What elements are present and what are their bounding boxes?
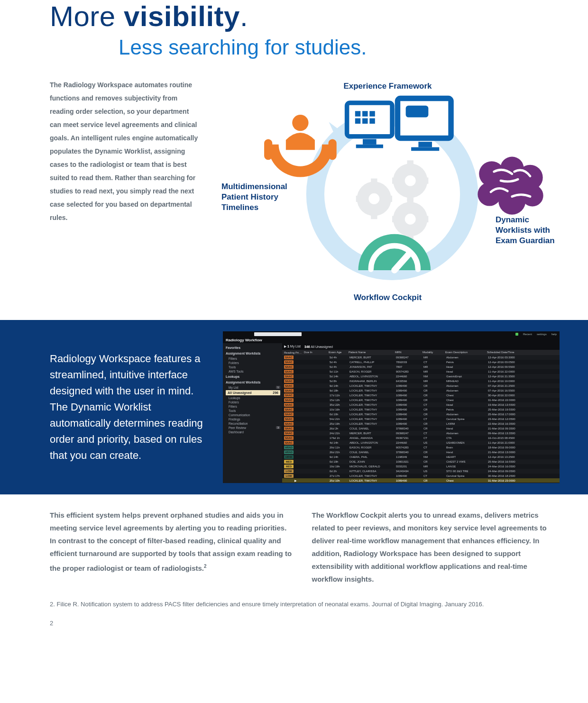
footnote-ref: 2: [204, 564, 207, 569]
side-lookups[interactable]: Lookups: [226, 374, 280, 379]
app-screenshot: Recent settings help Radiology Workflow …: [223, 331, 560, 483]
table-row[interactable]: SAAC35d 22hLOCKLER, TIMOTHY1089490CTHead…: [282, 402, 560, 407]
badge: 296: [273, 391, 278, 394]
table-row[interactable]: SAAC25d 19hLOCKLER, TIMOTHY1089490CRLXIR…: [282, 421, 560, 426]
svg-point-16: [292, 115, 308, 131]
side-favorites[interactable]: Favorites: [226, 345, 280, 350]
search-input[interactable]: [254, 332, 302, 336]
side-all-unassigned[interactable]: All Unassigned 296: [226, 390, 280, 395]
table-row[interactable]: SAAC26d 2hCOLE, DANIEL37898340CRHand21-M…: [282, 426, 560, 431]
svg-rect-22: [369, 111, 375, 116]
page-subtitle: Less searching for studies.: [119, 36, 588, 59]
sidebar-item[interactable]: Reconciliation: [226, 421, 280, 426]
side-my-list[interactable]: My List 1: [226, 385, 280, 390]
diagram-label-top: Experience Framework: [216, 81, 560, 91]
workflow-diagram: Experience Framework Multidimensional Pa…: [216, 78, 560, 306]
table-row[interactable]: MED19d 19hMICROVALIS, GERALD5555201MRLAN…: [282, 464, 560, 469]
table-row[interactable]: SAAC5d 4hCATRELL, PHILLIP7892033CTPelvis…: [282, 360, 560, 365]
svg-rect-28: [411, 147, 439, 151]
col-mrn[interactable]: MRN: [395, 351, 422, 354]
page-title: More visibility.: [50, 0, 588, 33]
sidebar-item[interactable]: Findings: [226, 417, 280, 421]
table-row[interactable]: HRAD26d 21hCOLE, DANIEL37898340CRHand21-…: [282, 450, 560, 455]
col-priority[interactable]: Reading Priority ▾: [284, 351, 303, 354]
table-row[interactable]: SAAC54d 21hLOCKLER, TIMOTHY1089490CTCerv…: [282, 417, 560, 421]
topbar-settings[interactable]: settings: [537, 333, 547, 336]
col-due[interactable]: Due In: [304, 351, 328, 354]
table-row[interactable]: SAAC176d 1hANGEL, AMANDA09397231CTCTA16-…: [282, 436, 560, 440]
svg-rect-19: [356, 145, 383, 148]
svg-rect-20: [355, 111, 360, 116]
sidebar-item[interactable]: Tools: [226, 409, 280, 413]
tab-my-list[interactable]: ▶ 1 My List: [284, 345, 301, 348]
tab-all-unassigned[interactable]: 346 All Unassigned: [304, 345, 333, 348]
sidebar-item[interactable]: Folders: [226, 361, 280, 365]
title-suffix: .: [240, 0, 248, 32]
table-row[interactable]: SAAC5d 4hMERCER, BURT09398247MRAbdomen12…: [282, 355, 560, 360]
lower-left-paragraph: This efficient system helps prevent orph…: [50, 509, 293, 585]
side-group1[interactable]: Assignment Worklists: [226, 351, 280, 356]
table-row[interactable]: SAAC5d 14hABDOL, LIVINGSTON2244660NMGast…: [282, 374, 560, 379]
table-row[interactable]: SAAC5d 11hEASON, ROGER90574283MRHead11-A…: [282, 369, 560, 374]
page-number: 2: [0, 609, 588, 627]
svg-point-11: [368, 193, 379, 204]
table-row[interactable]: SAAC10d 16hLOCKLER, TIMOTHY1089490CRPelv…: [282, 407, 560, 412]
title-bold: visibility: [124, 0, 240, 32]
table-row[interactable]: SAAC17d 11hLOCKLER, TIMOTHY1089490CRChes…: [282, 393, 560, 398]
table-row[interactable]: SAAC9d 14hLOCKLER, TIMOTHY1089490CRAbdom…: [282, 383, 560, 388]
table-row[interactable]: ▶25d 10hLOCKLER, TIMOTHY1089490CRChest31…: [282, 478, 560, 483]
sidebar-item[interactable]: Filters: [226, 404, 280, 409]
svg-rect-18: [363, 139, 377, 144]
sidebar-item[interactable]: Lookups: [226, 396, 280, 400]
sidebar-item[interactable]: Filters: [226, 356, 280, 361]
svg-rect-29: [406, 106, 429, 118]
svg-rect-24: [362, 119, 368, 124]
sidebar-item[interactable]: Tools: [226, 365, 280, 369]
table-row[interactable]: LOW27d 17hLOCKLER, TIMOTHY1089490CTCervi…: [282, 474, 560, 478]
diagram-label-bottom: Workflow Cockpit: [216, 292, 560, 303]
ss-topbar: Recent settings help: [223, 331, 560, 337]
title-prefix: More: [50, 0, 124, 32]
table-row[interactable]: SAAC5d 4hJONHNSON, PAT7807MRHead12-Apr-2…: [282, 365, 560, 369]
table-row[interactable]: SAAC15d 12hLOCKLER, TIMOTHY1089490CRChes…: [282, 398, 560, 402]
status-dot: [515, 333, 518, 336]
lower-right-paragraph: The Workflow Cockpit alerts you to unrea…: [312, 509, 555, 585]
side-group2[interactable]: Assignment Worklists: [226, 380, 280, 385]
col-sched[interactable]: Scheduled Date/Time: [487, 351, 558, 354]
brain-icon: [478, 157, 543, 215]
table-row[interactable]: SAAC24d 21hMERCER, BURT09398247CTAbdomen…: [282, 431, 560, 436]
intro-paragraph: The Radiology Workspace automates routin…: [50, 78, 202, 306]
svg-rect-26: [397, 99, 451, 138]
col-desc[interactable]: Exam Description: [445, 351, 486, 354]
table-row[interactable]: MED0d 19hDOE, JOHN10801921CRCHEST 2 VWS2…: [282, 459, 560, 464]
gauge-icon: [358, 234, 431, 270]
col-patient[interactable]: Patient Name: [349, 351, 394, 354]
diagram-label-left: Multidimensional Patient History Timelin…: [221, 182, 302, 213]
svg-rect-15: [329, 139, 337, 160]
svg-rect-21: [362, 111, 368, 116]
table-row[interactable]: HRAD29d 11hEASON, ROGER90574283CTBrain18…: [282, 445, 560, 450]
table-row[interactable]: LOW0d 2hKITTLEY, CLARISSA34243434USSTO 0…: [282, 469, 560, 474]
svg-point-12: [405, 175, 416, 186]
badge: 1: [276, 386, 280, 389]
svg-rect-25: [369, 119, 375, 124]
table-row[interactable]: SAAC5d 8hINGRAHAM, BERLIN6433566MRMRHEAD…: [282, 379, 560, 383]
svg-rect-14: [264, 139, 272, 160]
table-row[interactable]: SAAC9d 18hLOCKLER, TIMOTHY1089490CRAbdom…: [282, 388, 560, 393]
table-row[interactable]: SAAC4d 14hABDOL, LIVINGSTON2244660USUSAB…: [282, 440, 560, 445]
sidebar-item[interactable]: Communication: [226, 413, 280, 417]
sidebar-item[interactable]: Dashboard: [226, 430, 280, 434]
table-row[interactable]: SAAC0d 10hLOCKLER, TIMOTHY1089490CRAbdom…: [282, 412, 560, 417]
col-age[interactable]: Exam Age: [329, 351, 348, 354]
diagram-label-right: Dynamic Worklists with Exam Guardian: [496, 215, 557, 246]
sidebar-item[interactable]: Peer Review3: [226, 426, 280, 430]
col-modality[interactable]: Modality: [423, 351, 444, 354]
feature-paragraph: Radiology Workspace features a streamlin…: [50, 351, 209, 464]
topbar-recent[interactable]: Recent: [523, 333, 532, 336]
topbar-help[interactable]: help: [551, 333, 557, 336]
table-row[interactable]: HR489d 14hOHERA, PHIL1198349NMHEART12-Ap…: [282, 455, 560, 459]
sidebar-item[interactable]: Folders: [226, 400, 280, 404]
table-row[interactable]: -1124msCARDINAL, STEPH6749082CTHEART25-A…: [282, 483, 560, 483]
sidebar-item[interactable]: AWS Tools: [226, 369, 280, 374]
svg-rect-23: [355, 119, 360, 124]
